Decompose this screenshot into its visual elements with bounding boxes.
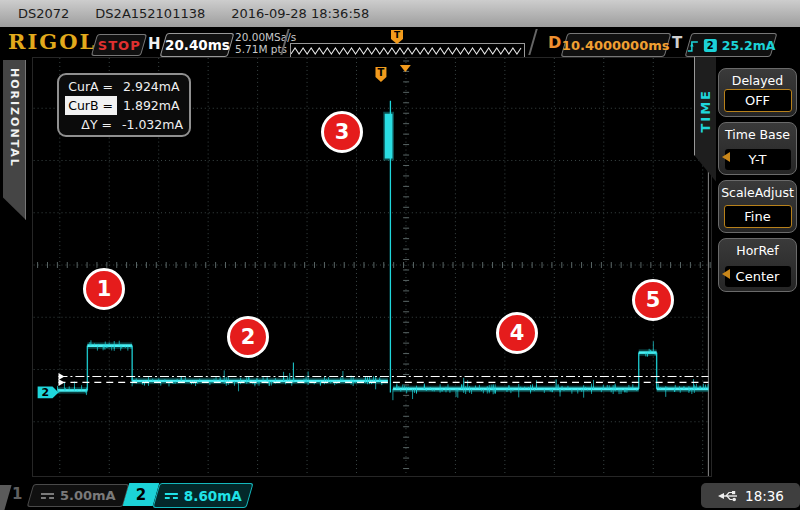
cursor-a-value: 2.924mA [123, 77, 180, 96]
channel-2-scale-box[interactable]: 8.60mA [152, 483, 253, 508]
menu-label: ScaleAdjust [721, 185, 794, 200]
waveform-preview-strip[interactable] [290, 43, 525, 58]
horizontal-banner: HORIZONTAL [3, 60, 26, 220]
status-box: 18:36 [701, 483, 800, 508]
cursor-a-label: CurA = [65, 77, 117, 96]
trigger-source-badge: 2 [704, 39, 717, 52]
run-state-indicator[interactable]: STOP [91, 34, 147, 56]
svg-text:T: T [377, 67, 384, 78]
channel-1-scale: 5.00mA [60, 488, 116, 503]
menu-value: OFF [724, 89, 792, 112]
channel-1-scale-box[interactable]: 5.00mA [27, 484, 130, 507]
divider [0, 485, 12, 510]
menu-label: HorRef [736, 243, 778, 258]
horizontal-banner-label: HORIZONTAL [8, 68, 21, 168]
cursor-row-b: CurB = 1.892mA [65, 96, 183, 115]
time-tab-label: TIME [698, 89, 713, 133]
callout-2: 2 [227, 316, 269, 358]
cursor-delta-label: ΔY = [65, 115, 116, 134]
trigger-label: T [672, 34, 682, 52]
menu-item-timebase[interactable]: Time Base Y-T [718, 122, 797, 175]
callout-1: 1 [83, 268, 125, 310]
timebase-readout[interactable]: 20.40ms [160, 33, 235, 57]
callout-3: 3 [321, 111, 363, 153]
menu-label: Time Base [725, 127, 790, 142]
menu-item-delayed[interactable]: Delayed OFF [718, 68, 797, 117]
cursor-readout-box: CurA = 2.924mA CurB = 1.892mA ΔY = -1.03… [57, 73, 191, 137]
channel-2-number-label: 2 [136, 486, 146, 504]
left-arrow-icon [722, 152, 730, 162]
cursor-delta-value: -1.032mA [122, 115, 183, 134]
cursor-b-label: CurB = [65, 96, 117, 115]
oscilloscope-screen: DS2072 DS2A152101138 2016-09-28 18:36:58… [0, 0, 800, 510]
channel-1-number[interactable]: 1 [12, 485, 22, 503]
callout-4: 4 [496, 312, 538, 354]
channel-status-bar: 1 5.00mA 2 8.60mA 18:36 [0, 477, 800, 510]
menu-value: Y-T [725, 149, 791, 170]
menu-label: Delayed [732, 73, 783, 88]
channel-2-scale: 8.60mA [184, 488, 242, 504]
memory-depth: 5.71M pts [235, 43, 296, 55]
left-arrow-icon [722, 269, 730, 279]
menu-value: Center [725, 266, 791, 287]
serial-label: DS2A152101138 [95, 6, 205, 21]
usb-icon [717, 489, 739, 503]
rising-edge-icon [687, 38, 699, 52]
menu-item-horref[interactable]: HorRef Center [718, 238, 797, 292]
menu-value: Fine [724, 205, 792, 228]
header-bar: DS2072 DS2A152101138 2016-09-28 18:36:58 [0, 0, 800, 27]
timebase-value: 20.40ms [165, 37, 230, 53]
callout-5: 5 [632, 279, 674, 321]
horizontal-label: H [148, 35, 161, 53]
dc-coupling-icon [165, 493, 178, 499]
toolbar: RIGOL STOP H 20.40ms 20.00MSa/s 5.71M pt… [0, 27, 800, 57]
menu-item-scaleadjust[interactable]: ScaleAdjust Fine [718, 180, 797, 233]
delay-value: 10.4000000ms [562, 38, 670, 53]
cursor-delta-row: ΔY = -1.032mA [65, 115, 183, 134]
trigger-flag-letter: T [394, 30, 400, 44]
model-label: DS2072 [18, 6, 69, 21]
delay-label: D [548, 33, 561, 52]
delay-readout[interactable]: 10.4000000ms [561, 33, 672, 57]
svg-text:2: 2 [42, 386, 50, 399]
dc-coupling-icon [41, 493, 54, 499]
run-state-label: STOP [98, 38, 141, 53]
rigol-logo: RIGOL [8, 29, 96, 54]
cursor-b-value: 1.892mA [123, 96, 180, 115]
datetime-label: 2016-09-28 18:36:58 [231, 6, 369, 21]
trigger-level-value: 25.2mA [722, 38, 776, 53]
clock: 18:36 [745, 488, 784, 504]
divider [528, 29, 537, 55]
softkey-menu: Delayed OFF Time Base Y-T ScaleAdjust Fi… [716, 57, 800, 477]
cursor-row-a: CurA = 2.924mA [65, 77, 183, 96]
trigger-position-icon[interactable]: T [391, 30, 403, 44]
trigger-readout[interactable]: 2 25.2mA [685, 33, 778, 57]
